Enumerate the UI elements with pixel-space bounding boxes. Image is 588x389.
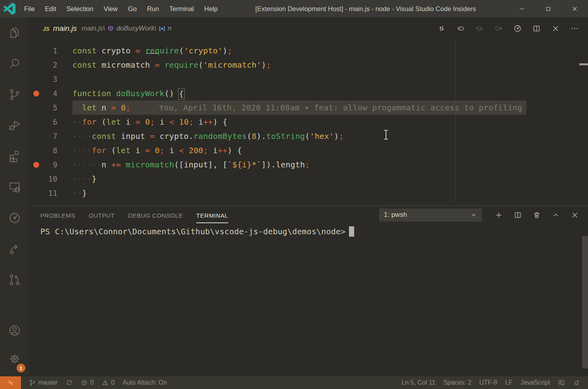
code-text: ··let n = 0;You, April 16th, 2020 11:08a… bbox=[72, 101, 522, 115]
gutter[interactable]: 8 bbox=[29, 143, 72, 157]
code-text: ····const input = crypto.randomBytes(8).… bbox=[72, 129, 344, 143]
gutter[interactable]: 10 bbox=[29, 172, 72, 186]
editor-action-more-actions-icon[interactable] bbox=[565, 21, 584, 36]
symbol-function-icon bbox=[107, 25, 114, 32]
split-editor-icon bbox=[532, 24, 541, 33]
window-maximize-button[interactable] bbox=[535, 0, 561, 17]
panel-tab-problems[interactable]: PROBLEMS bbox=[40, 207, 75, 223]
breadcrumb-segment[interactable]: main.js\ bbox=[82, 25, 105, 32]
editor-action-compare-changes-icon[interactable] bbox=[432, 21, 451, 36]
code-text: ····} bbox=[72, 172, 97, 186]
status-encoding[interactable]: UTF-8 bbox=[475, 376, 501, 389]
menu-terminal[interactable]: Terminal bbox=[164, 0, 199, 17]
breakpoint-indicator[interactable] bbox=[33, 162, 39, 168]
status-language-mode[interactable]: JavaScript bbox=[516, 376, 554, 389]
activity-live-share-icon[interactable] bbox=[0, 233, 29, 264]
panel-action-kill-terminal-icon[interactable] bbox=[527, 208, 546, 222]
status-error-count[interactable]: 0 bbox=[77, 376, 98, 389]
feedback-icon bbox=[558, 379, 565, 386]
editor-action-previous-change-icon[interactable] bbox=[451, 21, 470, 36]
panel-actions: 1: pwsh bbox=[379, 208, 588, 222]
code-text: function doBusyWork() { bbox=[72, 86, 184, 101]
gutter[interactable]: 3 bbox=[29, 72, 72, 86]
activity-extensions-icon[interactable] bbox=[0, 141, 29, 172]
git-blame-annotation: You, April 16th, 2020 11:08am • feat: al… bbox=[159, 103, 522, 112]
breadcrumb-segment[interactable]: doBusyWork\ bbox=[116, 25, 156, 32]
terminal[interactable]: PS C:\Users\Connor\Documents\Github\vsco… bbox=[40, 224, 588, 237]
code-line-9[interactable]: 9······n += micromatch([input], [`${i}*`… bbox=[29, 157, 588, 172]
editor-action-close-icon[interactable] bbox=[546, 21, 565, 36]
terminal-selector-dropdown[interactable]: 1: pwsh bbox=[379, 209, 482, 222]
code-line-11[interactable]: 11··} bbox=[29, 186, 588, 200]
breadcrumb-segment[interactable]: n bbox=[168, 25, 171, 32]
panel-action-close-panel-icon[interactable] bbox=[565, 208, 584, 222]
code-line-3[interactable]: 3 bbox=[29, 72, 588, 86]
activity-remote-explorer-icon[interactable] bbox=[0, 172, 29, 203]
activity-settings-gear-icon[interactable]: 1 bbox=[0, 345, 29, 373]
panel-tab-terminal[interactable]: TERMINAL bbox=[196, 207, 228, 223]
gutter[interactable]: 2 bbox=[29, 58, 72, 72]
panel-tab-output[interactable]: OUTPUT bbox=[89, 207, 114, 223]
menu-file[interactable]: File bbox=[19, 0, 40, 17]
error-icon bbox=[81, 379, 88, 386]
menu-run[interactable]: Run bbox=[142, 0, 164, 17]
menu-help[interactable]: Help bbox=[199, 0, 223, 17]
gutter[interactable]: 5 bbox=[29, 101, 72, 115]
gutter[interactable]: 11 bbox=[29, 186, 72, 200]
status-sync-status[interactable] bbox=[62, 376, 77, 389]
gutter[interactable]: 6 bbox=[29, 115, 72, 129]
editor-action-next-change-icon[interactable] bbox=[489, 21, 508, 36]
menu-selection[interactable]: Selection bbox=[61, 0, 99, 17]
window-minimize-button[interactable] bbox=[508, 0, 535, 17]
code-line-8[interactable]: 8····for (let i = 0; i < 200; i++) { bbox=[29, 143, 588, 157]
tab-main-js[interactable]: JS main.js bbox=[43, 24, 77, 33]
gutter[interactable]: 1 bbox=[29, 44, 72, 58]
gutter[interactable]: 7 bbox=[29, 129, 72, 143]
window-close-button[interactable] bbox=[561, 0, 588, 17]
code-line-2[interactable]: 2const micromatch = require('micromatch'… bbox=[29, 58, 588, 72]
activity-accounts-icon[interactable] bbox=[0, 316, 29, 345]
activity-explorer-icon[interactable] bbox=[0, 17, 29, 48]
menu-view[interactable]: View bbox=[99, 0, 123, 17]
activity-performance-profile-icon[interactable] bbox=[0, 203, 29, 233]
activity-search-icon[interactable] bbox=[0, 48, 29, 79]
status-auto-attach[interactable]: Auto Attach: On bbox=[119, 376, 171, 389]
panel-tab-debug-console[interactable]: DEBUG CONSOLE bbox=[128, 207, 183, 223]
code-text: const micromatch = require('micromatch')… bbox=[72, 58, 271, 72]
editor[interactable]: 1const crypto = require('crypto');2const… bbox=[29, 40, 588, 205]
status-feedback[interactable] bbox=[554, 376, 569, 389]
code-line-4[interactable]: 4function doBusyWork() { bbox=[29, 86, 588, 101]
symbol-variable-icon bbox=[158, 25, 166, 32]
menu-go[interactable]: Go bbox=[123, 0, 142, 17]
menu-edit[interactable]: Edit bbox=[40, 0, 61, 17]
activity-pull-requests-icon[interactable] bbox=[0, 264, 29, 295]
code-line-5[interactable]: 5··let n = 0;You, April 16th, 2020 11:08… bbox=[29, 101, 588, 115]
code-line-7[interactable]: 7····const input = crypto.randomBytes(8)… bbox=[29, 129, 588, 143]
pull-requests-icon bbox=[8, 273, 21, 287]
remote-indicator[interactable] bbox=[0, 376, 21, 389]
status-branch-status[interactable]: master bbox=[25, 376, 62, 389]
terminal-scrollbar[interactable] bbox=[582, 236, 588, 368]
code-line-6[interactable]: 6··for (let i = 0; i < 10; i++) { bbox=[29, 115, 588, 129]
editor-action-current-change-icon[interactable] bbox=[470, 21, 489, 36]
status-eol[interactable]: LF bbox=[501, 376, 517, 389]
status-indentation[interactable]: Spaces: 2 bbox=[439, 376, 475, 389]
status-warning-count[interactable]: 0 bbox=[98, 376, 119, 389]
breakpoint-indicator[interactable] bbox=[33, 91, 39, 97]
maximize-icon bbox=[545, 6, 552, 12]
gutter[interactable]: 9 bbox=[29, 157, 72, 172]
symbol-function-icon bbox=[107, 25, 114, 32]
panel-action-new-terminal-icon[interactable] bbox=[489, 208, 508, 222]
status-cursor-position[interactable]: Ln 5, Col 11 bbox=[398, 376, 439, 389]
status-notifications[interactable] bbox=[569, 376, 584, 389]
activity-source-control-icon[interactable] bbox=[0, 79, 29, 110]
editor-action-run-profile-icon[interactable] bbox=[508, 21, 527, 36]
code-line-10[interactable]: 10····} bbox=[29, 172, 588, 186]
editor-action-split-editor-icon[interactable] bbox=[527, 21, 546, 36]
line-number: 8 bbox=[53, 143, 57, 157]
panel-action-maximize-panel-icon[interactable] bbox=[546, 208, 565, 222]
activity-run-debug-icon[interactable] bbox=[0, 110, 29, 141]
gutter[interactable]: 4 bbox=[29, 86, 72, 101]
panel-action-split-terminal-icon[interactable] bbox=[508, 208, 527, 222]
code-line-1[interactable]: 1const crypto = require('crypto'); bbox=[29, 44, 588, 58]
